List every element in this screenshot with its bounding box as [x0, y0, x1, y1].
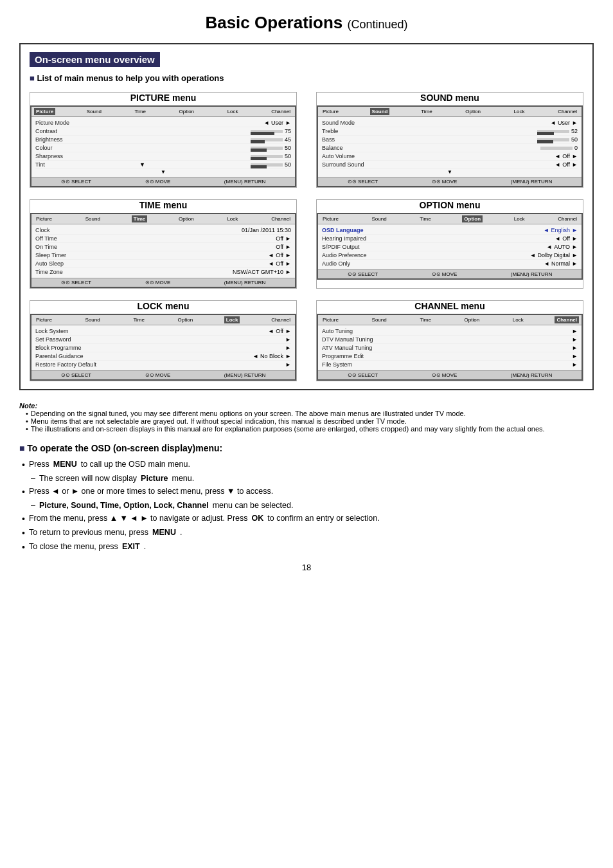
- row-label: Sound Mode: [322, 120, 526, 126]
- chevron-right-icon: ►: [572, 361, 578, 368]
- menu-header-time: PictureSoundTimeOptionLockChannel: [31, 214, 295, 224]
- tab-picture[interactable]: Picture: [321, 108, 341, 115]
- tab-channel[interactable]: Channel: [555, 316, 579, 323]
- footer-item: ⊙⊙ MOVE: [145, 280, 171, 285]
- menu-row: Picture Mode◄User►: [35, 119, 291, 127]
- menu-rows-sound: Sound Mode◄User►Treble52Bass50Balance0Au…: [318, 117, 582, 177]
- tab-picture[interactable]: Picture: [34, 215, 54, 222]
- row-label: Bass: [322, 136, 526, 143]
- chevron-right-icon: ►: [572, 353, 578, 359]
- tab-option[interactable]: Option: [177, 108, 196, 115]
- row-label: Auto Volume: [322, 153, 526, 159]
- menu-header-lock: PictureSoundTimeOptionLockChannel: [31, 315, 295, 325]
- row-label: Hearing Impaired: [322, 235, 526, 242]
- tab-picture[interactable]: Picture: [321, 215, 341, 222]
- tab-lock[interactable]: Lock: [511, 316, 526, 323]
- tab-lock[interactable]: Lock: [512, 108, 527, 115]
- bar-wrap: [251, 138, 283, 141]
- tab-time[interactable]: Time: [418, 316, 432, 323]
- tab-picture[interactable]: Picture: [34, 316, 54, 323]
- value-text: Off: [276, 244, 283, 250]
- chevron-right-icon: ►: [572, 120, 578, 126]
- tab-channel[interactable]: Channel: [556, 215, 579, 222]
- menu-row: Balance0: [322, 144, 578, 152]
- tab-channel[interactable]: Channel: [269, 108, 292, 115]
- tab-option[interactable]: Option: [177, 215, 196, 222]
- tab-lock[interactable]: Lock: [224, 316, 240, 323]
- row-label: S/PDIF Output: [322, 244, 526, 250]
- tab-time[interactable]: Time: [419, 108, 434, 115]
- chevron-right-icon: ►: [285, 353, 291, 359]
- tab-time[interactable]: Time: [418, 215, 432, 222]
- tab-option[interactable]: Option: [462, 215, 483, 222]
- tab-sound[interactable]: Sound: [84, 215, 102, 222]
- tab-lock[interactable]: Lock: [225, 215, 240, 222]
- tab-sound[interactable]: Sound: [370, 215, 389, 222]
- row-label: Off Time: [35, 235, 240, 242]
- row-label: Balance: [322, 145, 526, 151]
- menu-header-option: PictureSoundTimeOptionLockChannel: [318, 214, 582, 224]
- tab-time[interactable]: Time: [132, 215, 148, 222]
- tab-channel[interactable]: Channel: [556, 108, 579, 115]
- value-text: Off: [562, 161, 570, 168]
- tab-sound[interactable]: Sound: [370, 108, 390, 115]
- row-label: Set Password: [35, 336, 240, 343]
- chevron-left-icon: ◄: [555, 153, 560, 159]
- value-text: No Block: [260, 353, 283, 359]
- row-label: Lock System: [35, 328, 240, 334]
- footer-item: (MENU) RETURN: [511, 372, 552, 378]
- tab-channel[interactable]: Channel: [269, 215, 292, 222]
- footer-item: ⊙⊙ MOVE: [432, 179, 458, 185]
- row-label: File System: [322, 361, 526, 368]
- tab-channel[interactable]: Channel: [269, 316, 292, 323]
- chevron-left-icon: ◄: [555, 235, 560, 242]
- osd-list-item: The screen will now display Picture menu…: [22, 474, 594, 483]
- tab-sound[interactable]: Sound: [370, 316, 389, 323]
- row-label: ATV Manual Tuning: [322, 345, 526, 351]
- row-label: Contrast: [35, 128, 240, 134]
- tab-picture[interactable]: Picture: [321, 316, 341, 323]
- menu-header-sound: PictureSoundTimeOptionLockChannel: [318, 107, 582, 117]
- tab-picture[interactable]: Picture: [34, 108, 55, 115]
- bar-fill: [537, 132, 554, 135]
- osd-list-item: Picture, Sound, Time, Option, Lock, Chan…: [22, 501, 594, 510]
- row-label: OSD Language: [322, 227, 526, 233]
- footer-item: ⊙⊙ SELECT: [348, 372, 378, 378]
- tab-option[interactable]: Option: [176, 316, 195, 323]
- row-label: Clock: [35, 227, 240, 233]
- menu-row: Sound Mode◄User►: [322, 119, 578, 127]
- tab-lock[interactable]: Lock: [512, 215, 527, 222]
- menu-footer-sound: ⊙⊙ SELECT⊙⊙ MOVE(MENU) RETURN: [318, 177, 582, 186]
- row-label: Tint: [35, 161, 45, 168]
- chevron-left-icon: ◄: [263, 120, 269, 126]
- menu-option: OPTION menuPictureSoundTimeOptionLockCha…: [316, 199, 583, 289]
- bar-fill: [251, 149, 267, 152]
- value-text: Off: [276, 328, 283, 334]
- bar-number: 50: [285, 161, 291, 168]
- footer-item: ⊙⊙ MOVE: [432, 372, 458, 378]
- footer-item: (MENU) RETURN: [224, 179, 265, 185]
- footer-item: ⊙⊙ MOVE: [145, 179, 171, 185]
- bar-number: 52: [571, 128, 578, 134]
- menu-screen-picture: PictureSoundTimeOptionLockChannelPicture…: [30, 105, 296, 187]
- tab-lock[interactable]: Lock: [226, 108, 240, 115]
- footer-item: ⊙⊙ SELECT: [348, 271, 378, 277]
- row-value: Off►: [240, 235, 291, 242]
- menu-title-sound: SOUND menu: [317, 93, 583, 103]
- menu-footer-time: ⊙⊙ SELECT⊙⊙ MOVE(MENU) RETURN: [31, 278, 295, 287]
- menu-rows-picture: Picture Mode◄User►Contrast75Brightness45…: [31, 117, 295, 177]
- menu-row: Restore Factory Default►: [35, 361, 291, 368]
- chevron-right-icon: ►: [285, 336, 291, 343]
- row-value: ◄Off►: [526, 161, 578, 168]
- tab-time[interactable]: Time: [132, 108, 147, 115]
- tab-time[interactable]: Time: [131, 316, 146, 323]
- tab-option[interactable]: Option: [463, 108, 483, 115]
- tab-option[interactable]: Option: [463, 316, 482, 323]
- tab-sound[interactable]: Sound: [84, 316, 102, 323]
- menu-rows-time: Clock01/Jan /2011 15:30Off TimeOff►On Ti…: [31, 224, 295, 278]
- footer-item: ⊙⊙ SELECT: [61, 179, 91, 185]
- row-label: Treble: [322, 128, 526, 134]
- menu-title-lock: LOCK menu: [30, 301, 296, 311]
- tab-sound[interactable]: Sound: [85, 108, 103, 115]
- scroll-down-indicator: ▼: [322, 169, 578, 175]
